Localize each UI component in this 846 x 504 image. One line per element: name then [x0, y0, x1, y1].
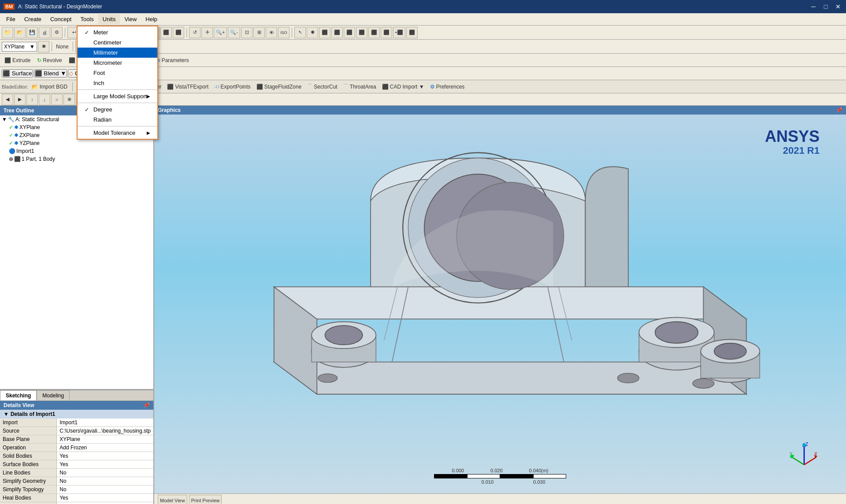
- export-points-button[interactable]: ·∷ ExportPoints: [212, 83, 252, 91]
- tree-item-1part[interactable]: ⊕ ⬛ 1 Part, 1 Body: [0, 155, 153, 163]
- details-row: Line BodiesNo: [0, 469, 153, 477]
- graphics-pin-icon[interactable]: 📌: [836, 107, 842, 113]
- zxplane-label: ZXPlane: [19, 132, 40, 138]
- iso-btn[interactable]: ISO: [278, 27, 289, 38]
- svg-point-30: [802, 443, 806, 447]
- zoom-out-btn[interactable]: 🔍-: [228, 27, 240, 38]
- details-pin-icon[interactable]: 📌: [143, 402, 150, 408]
- select-btn[interactable]: ↖: [294, 27, 306, 38]
- tree-item-yzplane[interactable]: ✓ ✱ YZPlane: [0, 139, 153, 147]
- view7-btn[interactable]: ⬛: [368, 27, 380, 38]
- tree-item-import1[interactable]: 🔵 Import1: [0, 147, 153, 155]
- blend-button[interactable]: ⬛ Blend ▼: [34, 69, 67, 78]
- parameters-button[interactable]: ≡ Parameters: [155, 56, 192, 64]
- plane-selector[interactable]: XYPlane ▼: [2, 42, 37, 52]
- menu-concept[interactable]: Concept: [46, 14, 76, 24]
- units-radian[interactable]: Radian: [78, 115, 157, 125]
- units-micrometer[interactable]: Micrometer: [78, 58, 157, 68]
- menu-help[interactable]: Help: [141, 14, 162, 24]
- close-button[interactable]: ✕: [834, 2, 842, 11]
- units-large-model[interactable]: Large Model Support ▶: [78, 91, 157, 101]
- tab-sketching[interactable]: Sketching: [0, 390, 37, 400]
- scale-label-020: 0.020: [490, 468, 503, 473]
- view10-btn[interactable]: ⬛: [406, 27, 418, 38]
- view3-btn[interactable]: ⬛: [319, 27, 330, 38]
- svg-point-11: [325, 326, 363, 345]
- plane-new-btn[interactable]: ✱: [38, 41, 49, 52]
- menu-view[interactable]: View: [120, 14, 141, 24]
- pan-btn[interactable]: ✛: [201, 27, 213, 38]
- preferences-button[interactable]: ⚙ Preferences: [428, 83, 467, 91]
- micrometer-check: [85, 60, 92, 66]
- minimize-button[interactable]: ─: [809, 2, 818, 11]
- units-meter[interactable]: ✓ Meter: [78, 27, 157, 37]
- look-at-btn[interactable]: 👁: [266, 27, 277, 38]
- settings-button[interactable]: ⚙: [51, 27, 63, 38]
- surface-button[interactable]: ⬛ Surface: [2, 69, 33, 78]
- units-millimeter[interactable]: Millimeter: [78, 48, 157, 58]
- view-ctrl-3[interactable]: ↑: [26, 94, 38, 105]
- model-view-btn[interactable]: Model View: [158, 495, 187, 504]
- view5-btn[interactable]: ⬛: [344, 27, 355, 38]
- units-large-model-label: Large Model Support: [93, 93, 147, 100]
- axis-indicator-svg: Z Y X: [789, 441, 820, 471]
- view6-btn[interactable]: ⬛: [356, 27, 367, 38]
- details-row: SourceC:\Users\rgavali...\bearing_housin…: [0, 427, 153, 435]
- units-foot[interactable]: Foot: [78, 68, 157, 78]
- new-button[interactable]: 📁: [2, 27, 13, 38]
- throat-area-button[interactable]: ⌒ ThroatArea: [341, 82, 378, 91]
- revolve-button[interactable]: ↻ Revolve: [34, 56, 64, 64]
- svg-text:Z: Z: [805, 442, 808, 447]
- yzplane-label: YZPlane: [19, 140, 40, 146]
- units-degree[interactable]: ✓ Degree: [78, 104, 157, 115]
- menu-units[interactable]: Units: [98, 14, 120, 24]
- vista-tf-button[interactable]: ⬛ VistaTFExport: [165, 83, 211, 91]
- stage-fluid-button[interactable]: ⬛ StageFluidZone: [254, 83, 304, 91]
- view-ctrl-4[interactable]: ↓: [39, 94, 50, 105]
- extrude-button[interactable]: ⬛ Extrude: [2, 56, 33, 64]
- view8-btn[interactable]: ⬛: [381, 27, 392, 38]
- view-ctrl-5[interactable]: ○: [51, 94, 63, 105]
- cad-import-button[interactable]: ⬛ CAD Import ▼: [380, 83, 427, 91]
- menu-file[interactable]: File: [2, 14, 20, 24]
- menu-divider-2: [78, 103, 157, 103]
- save-button[interactable]: 💾: [26, 27, 38, 38]
- sector-cut-button[interactable]: ⌒ SectorCut: [305, 82, 339, 91]
- throat-area-icon: ⌒: [343, 83, 349, 90]
- units-model-tolerance[interactable]: Model Tolerance ▶: [78, 128, 157, 138]
- units-degree-label: Degree: [93, 106, 112, 113]
- part-label: 1 Part, 1 Body: [22, 156, 55, 162]
- details-cell-label: Simplify Geometry: [0, 477, 57, 485]
- rotate-btn[interactable]: ↺: [189, 27, 200, 38]
- model-tolerance-arrow: ▶: [147, 130, 150, 135]
- graphics-header: Graphics 📌: [154, 106, 846, 115]
- menu-create[interactable]: Create: [20, 14, 46, 24]
- print-button[interactable]: 🖨: [39, 27, 50, 38]
- none-label: None: [54, 44, 70, 50]
- view4-btn[interactable]: ⬛: [331, 27, 343, 38]
- open-button[interactable]: 📂: [14, 27, 26, 38]
- zoom-fit-btn[interactable]: ⊡: [241, 27, 252, 38]
- details-cell-value: No: [57, 477, 153, 485]
- maximize-button[interactable]: □: [821, 2, 830, 11]
- print-preview-btn[interactable]: Print Preview: [189, 495, 222, 504]
- view-ctrl-1[interactable]: ◀: [2, 94, 13, 105]
- zoom-in-btn[interactable]: 🔍+: [214, 27, 227, 38]
- view-ctrl-6[interactable]: ⊕: [63, 94, 75, 105]
- units-centimeter[interactable]: Centimeter: [78, 37, 157, 48]
- tool-6[interactable]: ⬛: [173, 27, 184, 38]
- import-bgd-button[interactable]: 📂 Import BGD: [30, 83, 70, 91]
- preferences-label: Preferences: [436, 84, 465, 90]
- units-inch[interactable]: Inch: [78, 78, 157, 88]
- tool-5[interactable]: ⬛: [160, 27, 172, 38]
- details-subheader-title: Details of Import1: [11, 411, 55, 417]
- menu-tools[interactable]: Tools: [76, 14, 98, 24]
- select2-btn[interactable]: ✱: [307, 27, 318, 38]
- svg-text:X: X: [814, 452, 817, 456]
- view-ctrl-2[interactable]: ▶: [14, 94, 26, 105]
- graphics-viewport[interactable]: ANSYS 2021 R1: [154, 115, 846, 493]
- view9-btn[interactable]: •⬛: [393, 27, 405, 38]
- zoom-box-btn[interactable]: ⊞: [253, 27, 265, 38]
- tab-modeling[interactable]: Modeling: [37, 390, 70, 400]
- collapse-icon[interactable]: ▼: [4, 411, 9, 417]
